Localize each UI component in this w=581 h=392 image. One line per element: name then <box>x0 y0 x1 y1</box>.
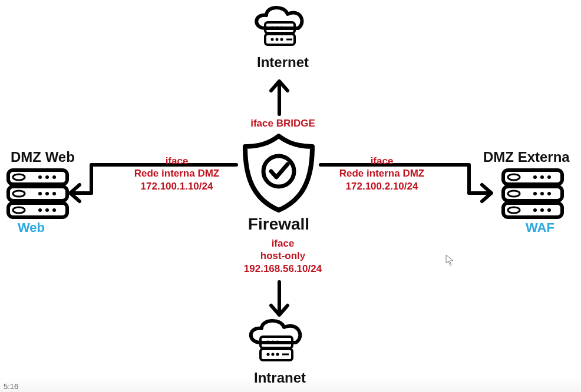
iface-right-line3: 172.100.2.10/24 <box>329 180 435 192</box>
svg-point-31 <box>52 192 56 195</box>
svg-point-24 <box>13 191 25 197</box>
iface-top-line1: iface BRIDGE <box>239 117 327 129</box>
svg-point-6 <box>271 38 274 41</box>
iface-left-line1: iface <box>124 155 230 167</box>
video-progress-bar[interactable]: 5:16 <box>0 377 581 392</box>
iface-left-line2: Rede interna DMZ <box>124 167 230 180</box>
svg-point-45 <box>540 192 544 195</box>
svg-point-33 <box>45 208 49 212</box>
svg-rect-36 <box>503 187 562 201</box>
svg-point-42 <box>540 175 544 179</box>
svg-point-41 <box>533 175 537 179</box>
svg-point-50 <box>263 156 294 187</box>
iface-bottom-line3: 192.168.56.10/24 <box>230 263 336 275</box>
svg-point-18 <box>276 353 279 356</box>
iface-right: iface Rede interna DMZ 172.100.2.10/24 <box>329 155 435 192</box>
svg-rect-22 <box>8 203 67 217</box>
svg-point-47 <box>533 208 537 212</box>
svg-point-25 <box>13 207 25 213</box>
svg-point-3 <box>276 26 279 29</box>
video-time: 5:16 <box>4 382 18 391</box>
mouse-cursor-icon <box>445 254 454 266</box>
svg-point-14 <box>276 340 279 343</box>
arrow-up-icon <box>268 75 291 117</box>
svg-point-38 <box>508 174 520 180</box>
svg-point-49 <box>547 208 551 212</box>
svg-rect-37 <box>503 203 562 217</box>
svg-point-17 <box>271 353 274 356</box>
svg-point-8 <box>280 38 283 41</box>
svg-point-30 <box>45 192 49 195</box>
svg-point-28 <box>52 175 56 179</box>
server-stack-icon <box>501 168 566 221</box>
svg-point-34 <box>52 208 56 212</box>
svg-point-43 <box>547 175 551 179</box>
iface-left: iface Rede interna DMZ 172.100.1.10/24 <box>124 155 230 192</box>
svg-point-29 <box>38 192 42 195</box>
svg-point-13 <box>271 340 274 343</box>
cloud-server-icon <box>242 318 312 374</box>
cloud-server-icon <box>247 5 312 58</box>
svg-point-12 <box>266 340 269 343</box>
svg-point-40 <box>508 207 520 213</box>
arrow-down-icon <box>268 280 291 321</box>
dmz-externa-sublabel: WAF <box>526 220 554 235</box>
iface-bottom-line2: host-only <box>230 250 336 262</box>
svg-point-39 <box>508 191 520 197</box>
svg-point-7 <box>276 38 279 41</box>
svg-point-23 <box>13 174 25 180</box>
iface-right-line1: iface <box>329 155 435 167</box>
iface-bottom-line1: iface <box>230 237 336 250</box>
svg-rect-21 <box>8 187 67 201</box>
svg-point-32 <box>38 208 42 212</box>
svg-point-4 <box>280 26 283 29</box>
dmz-web-sublabel: Web <box>18 220 45 235</box>
svg-point-26 <box>38 175 42 179</box>
dmz-web-label: DMZ Web <box>11 149 75 165</box>
svg-point-48 <box>540 208 544 212</box>
svg-point-44 <box>533 192 537 195</box>
iface-left-line3: 172.100.1.10/24 <box>124 180 230 192</box>
svg-point-16 <box>266 353 269 356</box>
svg-point-27 <box>45 175 49 179</box>
dmz-externa-label: DMZ Externa <box>483 149 570 165</box>
svg-rect-20 <box>8 170 67 184</box>
svg-point-2 <box>271 26 274 29</box>
firewall-shield-icon <box>240 132 317 215</box>
iface-right-line2: Rede interna DMZ <box>329 167 435 180</box>
svg-rect-35 <box>503 170 562 184</box>
firewall-label: Firewall <box>246 215 311 234</box>
internet-label: Internet <box>253 54 312 71</box>
svg-point-46 <box>547 192 551 195</box>
server-stack-icon <box>6 168 71 221</box>
iface-bottom: iface host-only 192.168.56.10/24 <box>230 237 336 275</box>
iface-top: iface BRIDGE <box>239 117 327 129</box>
